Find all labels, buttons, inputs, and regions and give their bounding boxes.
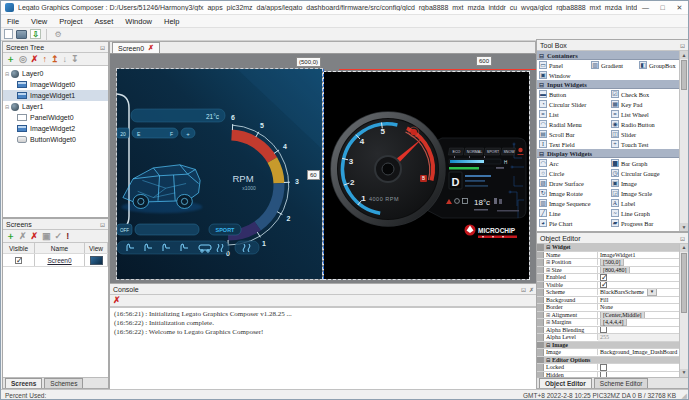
tree-node-imagewidget1-selected[interactable]: ImageWidget1 <box>3 90 108 101</box>
prop-enabled[interactable]: Enabled <box>537 274 688 282</box>
prop-locked[interactable]: Locked <box>537 364 688 372</box>
prop-background[interactable]: BackgroundFill▼ <box>537 297 688 305</box>
minimize-button[interactable]: — <box>637 2 654 14</box>
duplicate-screen-icon[interactable]: ▣ <box>42 231 51 242</box>
menu-help[interactable]: Help <box>158 15 185 28</box>
prop-alpha-blending[interactable]: Alpha Blending <box>537 327 688 335</box>
scrollbar-thumb[interactable] <box>681 253 687 313</box>
move-bottom-icon[interactable]: ↧ <box>71 54 79 65</box>
clone-widget-icon[interactable]: ◎ <box>19 54 27 65</box>
menu-file[interactable]: File <box>1 15 25 28</box>
open-project-icon[interactable] <box>16 30 27 39</box>
move-up-icon[interactable]: ↑ <box>42 54 47 65</box>
tool-image-scale[interactable]: ◲Image Scale <box>609 188 679 198</box>
prop-name[interactable]: NameImageWidget1 <box>537 252 688 260</box>
add-widget-icon[interactable]: ＋ <box>6 54 15 65</box>
prop-image[interactable]: ImageBackground_Image_DashBoard <box>537 349 688 357</box>
screen-name-link[interactable]: Screen0 <box>47 257 71 264</box>
prop-position[interactable]: Position[500,0] <box>537 259 688 267</box>
tool-line[interactable]: ╱Line <box>537 208 609 218</box>
tool-keypad[interactable]: ▦Key Pad <box>609 99 679 109</box>
tool-bar-graph[interactable]: ▆Bar Graph <box>609 158 679 168</box>
prop-section-widget[interactable]: Widget <box>537 244 688 252</box>
menu-view[interactable]: View <box>25 15 53 28</box>
pin-icon[interactable]: ⊡ <box>521 286 526 293</box>
tool-progress-bar[interactable]: ▰Progress Bar <box>609 218 679 228</box>
prop-section-image[interactable]: Image <box>537 342 688 350</box>
tree-node-imagewidget2[interactable]: ImageWidget2 <box>3 123 108 134</box>
tool-draw-surface[interactable]: ▨Draw Surface <box>537 178 609 188</box>
pin-icon[interactable]: ⊡ <box>680 42 685 49</box>
pin-icon[interactable]: ⊡ <box>100 44 105 51</box>
object-editor-scrollbar[interactable]: ▲ ▼ <box>679 244 688 377</box>
validate-screen-icon[interactable]: ✓ <box>55 231 63 242</box>
enabled-checkbox[interactable] <box>600 274 607 281</box>
tree-node-layer1[interactable]: ⊟ Layer1 <box>3 101 108 112</box>
delete-screen-icon[interactable]: ✗ <box>31 231 39 242</box>
tool-label[interactable]: ALabel <box>609 198 679 208</box>
scroll-up-icon[interactable]: ▲ <box>680 51 688 59</box>
screen-thumbnail[interactable] <box>90 256 103 265</box>
tool-circular-slider[interactable]: ◔Circular Slider <box>537 99 609 109</box>
widget-imagewidget0[interactable]: 21°c 20 E F + <box>117 69 322 279</box>
scroll-down-icon[interactable]: ▼ <box>680 223 688 231</box>
tool-list[interactable]: ≡List <box>537 109 609 119</box>
tool-image[interactable]: ▣Image <box>609 178 679 188</box>
move-down-icon[interactable]: ↓ <box>62 54 67 65</box>
tree-node-layer0[interactable]: ⊟ Layer0 <box>3 68 108 79</box>
tool-scroll-bar[interactable]: ▤Scroll Bar <box>537 129 609 139</box>
warning-icon[interactable]: ! <box>66 231 69 242</box>
scrollbar-thumb[interactable] <box>681 60 687 90</box>
tool-panel[interactable]: ▭Panel <box>537 60 589 70</box>
tool-image-rotate[interactable]: ↻Image Rotate <box>537 188 609 198</box>
tool-window[interactable]: ▣Window <box>537 70 589 80</box>
tool-button[interactable]: ▬Button <box>537 89 609 99</box>
pin-icon[interactable]: ⊡ <box>680 235 685 242</box>
tool-pie-chart[interactable]: ◕Pie Chart <box>537 218 609 228</box>
locked-checkbox[interactable] <box>600 364 607 371</box>
section-display-widgets[interactable]: Display Widgets <box>537 149 688 158</box>
resize-grip[interactable]: ◢ <box>682 392 687 400</box>
tool-line-graph[interactable]: ~Line Graph <box>609 208 679 218</box>
add-screen-icon[interactable]: ＋ <box>6 231 15 242</box>
tool-radial-menu[interactable]: ◠Radial Menu <box>537 119 609 129</box>
tree-node-imagewidget0[interactable]: ImageWidget0 <box>3 79 108 90</box>
tree-node-panelwidget0[interactable]: PanelWidget0 <box>3 112 108 123</box>
collapse-icon[interactable]: ⊟ <box>3 104 11 110</box>
collapse-icon[interactable]: ⊟ <box>3 71 11 77</box>
widget-imagewidget1-selected[interactable]: 1 2 3 4 5 B 4000 RPM <box>324 72 529 279</box>
screen-row-screen0[interactable]: Screen0 <box>3 254 108 267</box>
maximize-button[interactable]: □ <box>654 2 671 14</box>
pin-icon[interactable]: ⊡ <box>100 221 105 228</box>
menu-asset[interactable]: Asset <box>89 15 120 28</box>
section-input-widgets[interactable]: Input Widgets <box>537 80 688 89</box>
prop-section-editor-options[interactable]: Editor Options <box>537 357 688 365</box>
close-tab-icon[interactable]: ✗ <box>148 44 154 52</box>
section-containers[interactable]: Containers <box>537 51 688 60</box>
tool-circle[interactable]: ○Circle <box>537 168 609 178</box>
tool-list-wheel[interactable]: ≡List Wheel <box>609 109 679 119</box>
remove-screen-icon[interactable]: ✗ <box>19 231 27 242</box>
tool-arc[interactable]: ◠Arc <box>537 158 609 168</box>
prop-margins[interactable]: Margins[4,4,4,4] <box>537 319 688 327</box>
tool-slider[interactable]: ◫Slider <box>609 129 679 139</box>
tab-object-editor[interactable]: Object Editor <box>539 378 592 388</box>
save-project-icon[interactable]: ⇩ <box>30 29 41 39</box>
tool-gradient[interactable]: ▥Gradient <box>589 60 637 70</box>
prop-alpha-level[interactable]: Alpha Level255▲▼ <box>537 334 688 342</box>
tool-groupbox[interactable]: ◧GroupBox <box>637 60 679 70</box>
prop-size[interactable]: Size[800,480] <box>537 267 688 275</box>
tool-checkbox[interactable]: ☑Check Box <box>609 89 679 99</box>
prop-scheme[interactable]: SchemeBlackBarsScheme▼ <box>537 289 688 297</box>
clear-console-icon[interactable]: ✗ <box>113 295 121 306</box>
tool-text-field[interactable]: IText Field <box>537 139 609 149</box>
tool-touch-test[interactable]: +Touch Test <box>609 139 679 149</box>
tab-screen0[interactable]: Screen0 ✗ <box>112 42 160 53</box>
screen-visible-checkbox[interactable] <box>15 257 22 264</box>
prop-alignment[interactable]: Alignment[Center,Middle] <box>537 312 688 320</box>
tab-scheme-editor[interactable]: Scheme Editor <box>594 378 649 388</box>
design-canvas[interactable]: 21°c 20 E F + <box>110 54 537 283</box>
tab-screens[interactable]: Screens <box>5 378 42 388</box>
alpha-blending-checkbox[interactable] <box>600 327 607 334</box>
move-top-icon[interactable]: ↥ <box>51 54 59 65</box>
